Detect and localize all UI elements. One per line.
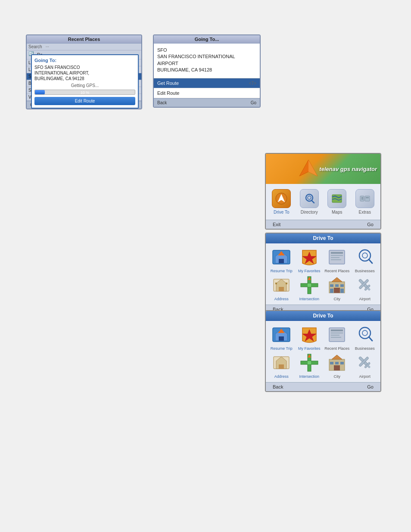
- svg-marker-40: [332, 277, 342, 282]
- svg-rect-51: [331, 333, 343, 333]
- my-favorites-item-2[interactable]: My Favorites: [296, 324, 323, 351]
- resume-trip-label: Resume Trip: [271, 269, 293, 273]
- gps-status: Getting GPS...: [34, 83, 135, 88]
- overlay-title: Going To:: [34, 58, 135, 63]
- telenav-extras[interactable]: Extras: [353, 189, 377, 215]
- drive-to-title-2: Drive To: [266, 311, 380, 321]
- address-code: SFO: [157, 47, 256, 53]
- maps-icon-svg: [331, 193, 343, 205]
- svg-rect-64: [330, 362, 333, 364]
- svg-marker-68: [332, 355, 342, 359]
- directory-icon-svg: [303, 193, 315, 205]
- businesses-item[interactable]: Businesses: [352, 247, 378, 273]
- edit-route-button[interactable]: Edit Route: [34, 97, 135, 105]
- svg-rect-72: [367, 364, 370, 368]
- svg-rect-39: [334, 288, 340, 293]
- airport-icon: [355, 275, 375, 296]
- drive-to-icon: [272, 189, 291, 208]
- svg-rect-21: [331, 259, 341, 260]
- svg-rect-35: [335, 284, 339, 287]
- extras-icon-svg: [359, 193, 371, 205]
- svg-rect-28: [286, 283, 287, 284]
- svg-rect-26: [279, 287, 284, 291]
- telenav-bottom-bar: Exit Go: [266, 220, 380, 229]
- svg-rect-46: [279, 336, 284, 341]
- going-to-panel: Going To... SFO SAN FRANCISCO INTERNATIO…: [153, 34, 261, 108]
- scroll-indicator[interactable]: ···: [46, 44, 49, 49]
- city-icon: [327, 275, 347, 296]
- drive-to-panel-1: Drive To Resume Trip My Favori: [265, 233, 381, 314]
- maps-label: Maps: [332, 210, 342, 215]
- resume-trip-icon-2: [271, 324, 292, 345]
- recent-places-item[interactable]: Recent Places: [324, 247, 350, 273]
- address-icon-2: [271, 352, 292, 373]
- recent-places-label: Recent Places: [324, 269, 349, 273]
- drive-to-panel-2: Drive To Resume Trip My Favori: [265, 310, 381, 392]
- go-button[interactable]: Go: [251, 100, 256, 105]
- svg-rect-53: [331, 337, 341, 338]
- businesses-icon: [355, 247, 375, 268]
- go-button-2[interactable]: Go: [367, 384, 374, 389]
- resume-trip-item[interactable]: Resume Trip: [268, 247, 295, 273]
- telenav-directory[interactable]: Directory: [297, 189, 322, 215]
- drive-to-title-1: Drive To: [266, 233, 380, 243]
- recent-places-title: Recent Places: [27, 35, 141, 44]
- intersection-item[interactable]: Intersection: [296, 275, 323, 301]
- intersection-icon-svg: [300, 276, 319, 295]
- search-label: Search: [28, 44, 42, 49]
- get-route-item[interactable]: Get Route <7>: [154, 78, 260, 88]
- back-button[interactable]: Back: [157, 100, 167, 105]
- my-favorites-item[interactable]: My Favorites: [296, 247, 323, 273]
- businesses-label: Businesses: [355, 269, 375, 273]
- city-label: City: [334, 297, 341, 301]
- address-item[interactable]: Address: [268, 275, 295, 301]
- city-item-2[interactable]: City: [324, 352, 350, 379]
- go-button[interactable]: Go: [367, 222, 374, 227]
- recent-places-item-2[interactable]: Recent Places: [324, 324, 350, 351]
- airport-item-2[interactable]: Airport: [352, 352, 378, 379]
- address-label: Address: [274, 297, 289, 301]
- businesses-icon-svg: [355, 248, 374, 267]
- address-item-2[interactable]: Address: [268, 352, 295, 379]
- overlay-address: SFO SAN FRANCISCO INTERNATIONAL AIRPORT,…: [34, 65, 135, 81]
- city-label-2: City: [334, 374, 341, 379]
- svg-rect-7: [332, 195, 342, 202]
- resume-trip-icon-svg: [272, 248, 291, 267]
- svg-rect-61: [308, 361, 311, 364]
- svg-rect-20: [331, 257, 339, 258]
- svg-line-23: [369, 259, 372, 263]
- resume-trip-item-2[interactable]: Resume Trip: [268, 324, 295, 351]
- businesses-item-2[interactable]: Businesses: [352, 324, 378, 351]
- svg-rect-14: [279, 259, 284, 263]
- svg-line-55: [369, 337, 372, 341]
- airport-item[interactable]: Airport: [352, 275, 378, 301]
- my-favorites-icon-2: [299, 324, 320, 345]
- route-overlay: Going To: SFO SAN FRANCISCO INTERNATIONA…: [31, 54, 139, 109]
- svg-rect-66: [340, 362, 344, 364]
- get-route-label: Get Route: [157, 81, 179, 86]
- progress-text: 10 %: [35, 90, 135, 95]
- drive-to-grid-2: Resume Trip My Favorites: [266, 321, 380, 382]
- going-to-bottom-bar: Back Go: [154, 98, 260, 107]
- svg-point-56: [362, 330, 367, 336]
- telenav-maps[interactable]: Maps: [325, 189, 349, 215]
- city-item[interactable]: City: [324, 275, 350, 301]
- recent-places-panel: Recent Places Search ··· 🔄 Re LONDO LOND…: [26, 34, 142, 109]
- exit-button[interactable]: Exit: [273, 222, 280, 227]
- directory-label: Directory: [301, 210, 318, 215]
- going-to-title: Going To...: [154, 35, 260, 44]
- my-favorites-label-2: My Favorites: [298, 346, 321, 351]
- my-favorites-label: My Favorites: [298, 269, 321, 273]
- edit-route-item[interactable]: Edit Route: [154, 88, 260, 98]
- address-icon-svg: [272, 276, 291, 295]
- city-icon-svg: [327, 276, 346, 295]
- svg-point-6: [308, 196, 311, 199]
- intersection-item-2[interactable]: Intersection: [296, 352, 323, 379]
- back-button-2[interactable]: Back: [273, 384, 283, 389]
- address-city: BURLINGAME, CA 94128: [157, 67, 256, 73]
- address-full: SAN FRANCISCO INTERNATIONAL AIRPORT: [157, 53, 256, 67]
- get-route-shortcut: <7>: [249, 81, 256, 86]
- intersection-icon-2: [299, 352, 320, 373]
- telenav-drive-to[interactable]: Drive To: [269, 189, 294, 215]
- drive-to-bottom-bar-2: Back Go: [266, 382, 380, 391]
